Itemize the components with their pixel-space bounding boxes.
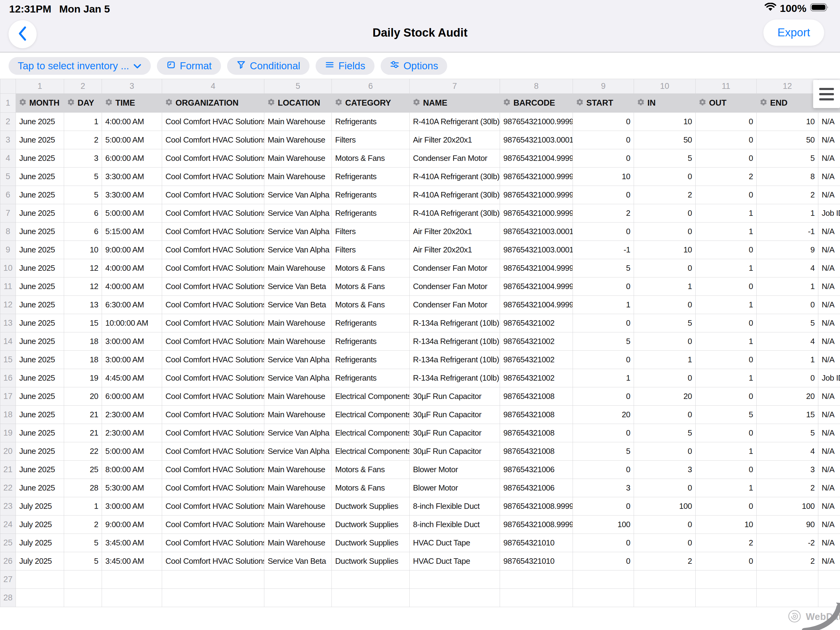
cell[interactable]: N/A bbox=[818, 296, 840, 314]
cell[interactable]: 5 bbox=[696, 406, 757, 424]
cell[interactable]: 0 bbox=[634, 167, 696, 186]
cell[interactable]: Condenser Fan Motor bbox=[410, 149, 500, 167]
cell[interactable]: June 2025 bbox=[16, 479, 64, 497]
cell[interactable]: 0 bbox=[573, 149, 634, 167]
cell[interactable]: Service Van Alpha bbox=[264, 442, 332, 461]
cell[interactable]: 3:45:00 AM bbox=[102, 552, 162, 570]
column-header-day[interactable]: DAY bbox=[64, 94, 102, 113]
cell[interactable]: 0 bbox=[696, 552, 757, 570]
cell[interactable]: Electrical Components bbox=[332, 406, 410, 424]
cell[interactable]: 15 bbox=[64, 314, 102, 332]
cell[interactable]: Service Van Beta bbox=[264, 278, 332, 296]
cell[interactable]: Refrigerants bbox=[332, 204, 410, 223]
cell[interactable]: N/A bbox=[818, 497, 840, 516]
column-header-time[interactable]: TIME bbox=[102, 94, 162, 113]
cell[interactable]: Cool Comfort HVAC Solutions bbox=[162, 186, 264, 204]
export-button[interactable]: Export bbox=[763, 19, 824, 46]
cell[interactable]: 21 bbox=[64, 424, 102, 442]
cell[interactable]: R-134a Refrigerant (10lb) bbox=[410, 369, 500, 387]
cell[interactable]: July 2025 bbox=[16, 497, 64, 516]
cell[interactable]: 987654321002 bbox=[500, 332, 573, 351]
cell[interactable]: 4 bbox=[757, 259, 818, 278]
cell[interactable]: Cool Comfort HVAC Solutions bbox=[162, 259, 264, 278]
cell[interactable]: Cool Comfort HVAC Solutions bbox=[162, 552, 264, 570]
cell[interactable]: 0 bbox=[696, 314, 757, 332]
cell[interactable]: 4:45:00 AM bbox=[102, 369, 162, 387]
row-number-16[interactable]: 16 bbox=[0, 369, 16, 387]
cell[interactable]: Motors & Fans bbox=[332, 461, 410, 479]
cell[interactable]: Cool Comfort HVAC Solutions bbox=[162, 204, 264, 223]
cell[interactable]: Main Warehouse bbox=[264, 332, 332, 351]
cell[interactable]: 987654321000.9999 bbox=[500, 167, 573, 186]
column-header-organization[interactable]: ORGANIZATION bbox=[162, 94, 264, 113]
cell[interactable]: Cool Comfort HVAC Solutions bbox=[162, 149, 264, 167]
cell[interactable]: 0 bbox=[634, 296, 696, 314]
cell[interactable]: Service Van Beta bbox=[264, 296, 332, 314]
column-number-9[interactable]: 9 bbox=[573, 79, 634, 94]
cell[interactable]: 100 bbox=[573, 516, 634, 534]
cell[interactable]: Motors & Fans bbox=[332, 259, 410, 278]
cell[interactable]: 1 bbox=[634, 278, 696, 296]
cell[interactable]: 1 bbox=[573, 296, 634, 314]
cell[interactable]: 987654321010 bbox=[500, 534, 573, 552]
cell[interactable]: 987654321004.9999 bbox=[500, 149, 573, 167]
cell[interactable]: 1 bbox=[573, 369, 634, 387]
cell[interactable]: Electrical Components bbox=[332, 387, 410, 406]
cell[interactable] bbox=[332, 589, 410, 607]
cell[interactable] bbox=[500, 570, 573, 589]
cell[interactable]: 987654321008.9999 bbox=[500, 497, 573, 516]
cell[interactable]: June 2025 bbox=[16, 314, 64, 332]
cell[interactable]: June 2025 bbox=[16, 131, 64, 149]
cell[interactable]: 22 bbox=[64, 442, 102, 461]
cell[interactable]: 0 bbox=[696, 461, 757, 479]
column-header-in[interactable]: IN bbox=[634, 94, 696, 113]
cell[interactable]: July 2025 bbox=[16, 516, 64, 534]
cell[interactable]: 6 bbox=[64, 223, 102, 241]
cell[interactable]: 0 bbox=[573, 314, 634, 332]
cell[interactable]: N/A bbox=[818, 351, 840, 369]
cell[interactable]: 987654321008 bbox=[500, 406, 573, 424]
cell[interactable]: 12 bbox=[64, 259, 102, 278]
cell[interactable]: 2 bbox=[634, 552, 696, 570]
cell[interactable]: 0 bbox=[757, 296, 818, 314]
cell[interactable]: 0 bbox=[573, 534, 634, 552]
cell[interactable]: Air Filter 20x20x1 bbox=[410, 131, 500, 149]
cell[interactable]: 100 bbox=[757, 497, 818, 516]
cell[interactable]: 987654321000.9999 bbox=[500, 186, 573, 204]
cell[interactable]: 20 bbox=[757, 387, 818, 406]
cell[interactable]: 30µF Run Capacitor bbox=[410, 424, 500, 442]
cell[interactable]: Blower Motor bbox=[410, 479, 500, 497]
cell[interactable]: Refrigerants bbox=[332, 351, 410, 369]
cell[interactable]: Main Warehouse bbox=[264, 479, 332, 497]
cell[interactable]: N/A bbox=[818, 387, 840, 406]
cell[interactable]: N/A bbox=[818, 149, 840, 167]
cell[interactable]: 0 bbox=[696, 131, 757, 149]
row-number-24[interactable]: 24 bbox=[0, 516, 16, 534]
cell[interactable]: 2 bbox=[696, 534, 757, 552]
cell[interactable] bbox=[162, 570, 264, 589]
cell[interactable]: Main Warehouse bbox=[264, 167, 332, 186]
cell[interactable]: N/A bbox=[818, 406, 840, 424]
cell[interactable]: 1 bbox=[696, 259, 757, 278]
cell[interactable]: 1 bbox=[757, 204, 818, 223]
cell[interactable]: 25 bbox=[64, 461, 102, 479]
cell[interactable]: Cool Comfort HVAC Solutions bbox=[162, 351, 264, 369]
cell[interactable]: June 2025 bbox=[16, 406, 64, 424]
cell[interactable]: -1 bbox=[757, 223, 818, 241]
cell[interactable]: 3 bbox=[634, 461, 696, 479]
cell[interactable]: 30µF Run Capacitor bbox=[410, 442, 500, 461]
cell[interactable]: Refrigerants bbox=[332, 314, 410, 332]
cell[interactable]: N/A bbox=[818, 223, 840, 241]
cell[interactable]: 5 bbox=[64, 167, 102, 186]
cell[interactable]: 5:15:00 AM bbox=[102, 223, 162, 241]
cell[interactable]: Condenser Fan Motor bbox=[410, 296, 500, 314]
fields-button[interactable]: Fields bbox=[316, 57, 374, 75]
cell[interactable] bbox=[64, 589, 102, 607]
cell[interactable]: 8-inch Flexible Duct bbox=[410, 497, 500, 516]
cell[interactable]: 4:00:00 AM bbox=[102, 113, 162, 131]
cell[interactable]: 0 bbox=[573, 223, 634, 241]
cell[interactable]: N/A bbox=[818, 516, 840, 534]
cell[interactable]: June 2025 bbox=[16, 113, 64, 131]
cell[interactable]: 3:30:00 AM bbox=[102, 186, 162, 204]
cell[interactable]: Filters bbox=[332, 223, 410, 241]
